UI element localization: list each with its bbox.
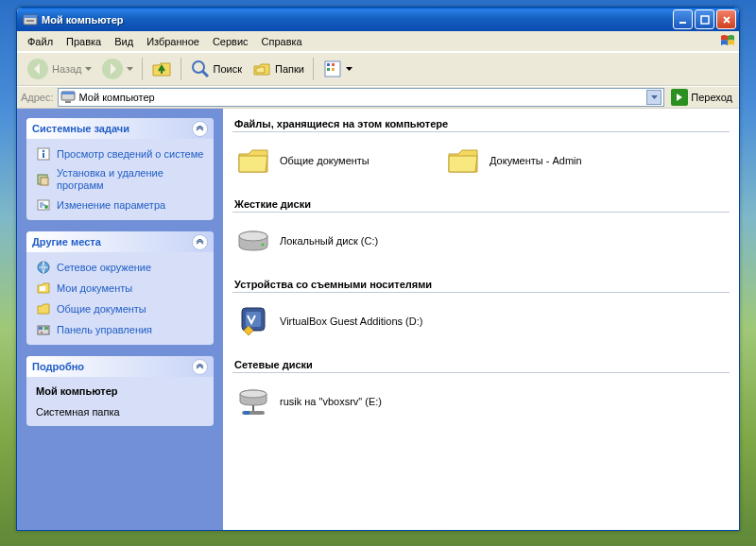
item-label: VirtualBox Guest Additions (D:) [280, 316, 422, 327]
svg-rect-18 [43, 153, 44, 158]
panel-header[interactable]: Другие места [26, 231, 214, 252]
link-shared-docs[interactable]: Общие документы [36, 301, 204, 316]
app-icon [23, 12, 38, 27]
svg-rect-10 [332, 63, 335, 66]
item-network-drive-e[interactable]: rusik на "vboxsrv" (E:) [232, 381, 431, 422]
dropdown-icon [346, 67, 352, 71]
address-label: Адрес: [21, 92, 54, 103]
separator [180, 58, 181, 80]
go-label: Переход [691, 92, 732, 103]
dropdown-icon [127, 67, 133, 71]
go-icon [671, 89, 688, 106]
link-network[interactable]: Сетевое окружение [36, 260, 204, 275]
folders-icon [251, 59, 272, 79]
svg-rect-9 [327, 63, 330, 66]
link-control-panel[interactable]: Панель управления [36, 322, 204, 337]
link-mydocs[interactable]: Мои документы [36, 281, 204, 296]
folder-icon [444, 142, 482, 179]
close-button[interactable] [716, 9, 736, 29]
svg-point-22 [44, 205, 48, 209]
go-button[interactable]: Переход [668, 88, 735, 107]
svg-rect-3 [679, 22, 686, 24]
svg-rect-12 [332, 68, 335, 71]
separator [142, 58, 143, 80]
computer-icon [60, 89, 76, 106]
link-add-remove[interactable]: Установка и удаление программ [36, 167, 204, 192]
svg-rect-37 [244, 411, 249, 415]
titlebar[interactable]: Мой компьютер [17, 8, 739, 31]
details-name: Мой компьютер [36, 384, 204, 398]
details-type: Системная папка [36, 405, 204, 418]
forward-button[interactable] [97, 55, 137, 83]
item-shared-documents[interactable]: Общие документы [232, 140, 431, 181]
item-local-disk-c[interactable]: Локальный диск (C:) [232, 220, 431, 262]
svg-rect-4 [701, 16, 709, 24]
address-field[interactable]: Мой компьютер [58, 88, 665, 107]
svg-point-28 [41, 332, 43, 333]
menu-view[interactable]: Вид [108, 34, 140, 49]
menu-favorites[interactable]: Избранное [140, 34, 206, 49]
menu-tools[interactable]: Сервис [206, 34, 255, 49]
item-vbox-additions[interactable]: VirtualBox Guest Additions (D:) [232, 300, 431, 342]
forward-icon [101, 58, 124, 80]
views-icon [322, 59, 343, 79]
svg-point-30 [239, 231, 267, 241]
addressbar: Адрес: Мой компьютер Переход [17, 86, 739, 109]
svg-rect-2 [26, 20, 34, 22]
toolbar: Назад Поиск Папки [17, 52, 739, 86]
back-icon [26, 58, 49, 80]
tasks-sidebar: Системные задачи Просмотр сведений о сис… [17, 109, 223, 530]
separator [313, 58, 314, 80]
folders-button[interactable]: Папки [248, 55, 308, 83]
address-dropdown[interactable] [646, 90, 662, 105]
panel-body: Сетевое окружение Мои документы Общие до… [26, 252, 214, 345]
panel-system-tasks: Системные задачи Просмотр сведений о сис… [26, 118, 214, 220]
menu-help[interactable]: Справка [255, 34, 309, 49]
main-view: Файлы, хранящиеся на этом компьютере Общ… [223, 109, 739, 530]
window-title: Мой компьютер [42, 14, 671, 26]
section-heading: Сетевые диски [232, 355, 730, 373]
svg-point-35 [240, 390, 266, 398]
hdd-icon [234, 222, 272, 260]
search-button[interactable]: Поиск [186, 55, 246, 83]
shared-docs-icon [36, 301, 51, 316]
back-button[interactable]: Назад [23, 55, 95, 83]
folder-icon [234, 142, 272, 179]
up-button[interactable] [147, 55, 176, 83]
collapse-icon [192, 359, 208, 375]
views-button[interactable] [318, 55, 356, 83]
collapse-icon [192, 234, 208, 250]
section-heading: Устройства со съемными носителями [232, 275, 730, 293]
panel-body: Просмотр сведений о системе Установка и … [26, 139, 214, 220]
svg-rect-27 [44, 327, 48, 330]
link-change-setting[interactable]: Изменение параметра [36, 197, 204, 213]
panel-details: Подробно Мой компьютер Системная папка [26, 356, 214, 426]
maximize-button[interactable] [695, 9, 714, 29]
svg-rect-24 [40, 286, 45, 291]
mydocs-icon [36, 281, 51, 296]
netdrive-icon [234, 383, 272, 420]
link-system-info[interactable]: Просмотр сведений о системе [36, 146, 204, 162]
item-admin-documents[interactable]: Документы - Admin [442, 140, 641, 181]
info-icon [36, 146, 51, 162]
windows-logo-icon [718, 32, 737, 51]
minimize-button[interactable] [673, 9, 693, 29]
section-removable: Устройства со съемными носителями Virtua… [232, 275, 730, 342]
menu-file[interactable]: Файл [21, 34, 60, 49]
search-icon [190, 59, 211, 79]
back-label: Назад [52, 63, 82, 75]
panel-header[interactable]: Системные задачи [26, 118, 214, 139]
panel-header[interactable]: Подробно [26, 356, 214, 377]
svg-rect-15 [65, 101, 71, 103]
svg-rect-1 [24, 15, 37, 18]
menu-edit[interactable]: Правка [60, 34, 108, 49]
panel-title: Подробно [32, 361, 84, 372]
panel-title: Другие места [32, 236, 101, 247]
item-label: Документы - Admin [490, 155, 582, 166]
vbox-icon [234, 302, 272, 340]
item-label: rusik на "vboxsrv" (E:) [280, 396, 382, 407]
svg-rect-26 [39, 327, 43, 330]
folder-up-icon [151, 59, 172, 79]
item-label: Локальный диск (C:) [280, 235, 378, 247]
svg-rect-11 [327, 68, 330, 71]
